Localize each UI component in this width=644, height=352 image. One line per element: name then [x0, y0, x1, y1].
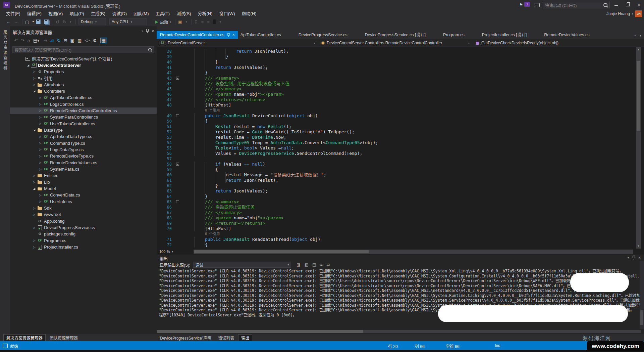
autoscroll-icon[interactable]: ⇄ — [326, 262, 330, 267]
home-icon[interactable]: ⌂ — [28, 38, 30, 43]
step-over-icon[interactable]: ↧ — [194, 19, 198, 25]
tree-item-packages.config[interactable]: ⚙packages.config — [10, 231, 157, 237]
restore-button[interactable] — [623, 1, 632, 8]
window-position-icon[interactable]: ▾ — [142, 30, 143, 33]
tree-item--DeviceControlServer-1-[interactable]: 解决方案"DeviceControlServer"(1 个项目) — [10, 55, 157, 62]
start-debugging-button[interactable]: ▶ 启动 ▾ — [155, 19, 171, 25]
find-message-icon[interactable]: ◨ — [297, 262, 300, 267]
navigate-forward-icon[interactable]: → — [14, 19, 18, 25]
tree-item-LogsController.cs[interactable]: ▷C#LogsController.cs — [10, 101, 157, 107]
bottom-tab-错误列表[interactable]: 错误列表 — [215, 335, 237, 341]
close-button[interactable]: × — [635, 1, 643, 8]
minimize-button[interactable] — [612, 1, 621, 8]
chevron-collapsed-icon[interactable]: ▷ — [38, 109, 43, 112]
chevron-collapsed-icon[interactable]: ▷ — [38, 102, 43, 106]
properties-icon[interactable]: ⚙ — [93, 38, 97, 43]
zoom-level-dropdown[interactable]: 100 %▾ — [158, 249, 180, 254]
bottom-tab-解决方案资源管理器[interactable]: 解决方案资源管理器 — [3, 334, 46, 341]
forward-icon[interactable]: ↷ — [21, 38, 24, 43]
chevron-collapsed-icon[interactable]: ▷ — [38, 161, 43, 164]
solution-explorer-search-input[interactable]: 搜索解决方案资源管理器(Ctrl+;) — [12, 46, 154, 53]
new-file-icon[interactable]: ▢ — [25, 19, 29, 25]
refresh-icon[interactable]: ↻ — [57, 38, 61, 43]
undo-icon[interactable]: ↺ — [56, 19, 59, 25]
tree-item-wwwroot[interactable]: ▷wwwroot — [10, 211, 157, 218]
sync-with-active-document-icon[interactable]: ⇄ — [50, 38, 54, 43]
editor-vertical-scrollbar[interactable]: ▲ ▼ — [636, 47, 641, 249]
tab-DeviceProgressService.cs[interactable]: DeviceProgressService.cs — [299, 31, 347, 39]
bottom-tab--DeviceProgressService-声明[interactable]: "DeviceProgressService"声明 — [156, 335, 214, 341]
tree-item-DeviceProgressService.cs[interactable]: ▷DeviceProgressService.cs — [10, 224, 157, 231]
close-icon[interactable]: × — [638, 256, 641, 260]
tree-item-DataType[interactable]: ◢DataType — [10, 127, 157, 133]
scrollbar-thumb[interactable] — [157, 330, 363, 333]
tab-ApiTokenController.cs[interactable]: ApiTokenController.cs — [240, 31, 281, 39]
tree-item-UserTokenController.cs[interactable]: ▷C#UserTokenController.cs — [10, 120, 157, 127]
menu-帮助[interactable]: 帮助(H) — [238, 10, 260, 17]
notification-count-badge[interactable]: 1 — [524, 2, 530, 7]
codelens-references[interactable]: 0 个引用 — [157, 108, 220, 113]
chevron-expanded-icon[interactable]: ◢ — [32, 187, 37, 190]
scrollbar-thumb[interactable] — [194, 250, 369, 253]
menu-编辑[interactable]: 编辑(E) — [24, 10, 45, 17]
chevron-collapsed-icon[interactable]: ▷ — [38, 148, 43, 151]
send-feedback-icon[interactable]: ··· — [535, 3, 540, 7]
save-all-icon[interactable] — [44, 19, 49, 24]
scroll-down-icon[interactable]: ▼ — [636, 244, 641, 249]
chevron-collapsed-icon[interactable]: ▷ — [38, 155, 43, 158]
tree-item-Sdk[interactable]: ▷Sdk — [10, 205, 157, 211]
menu-团队[interactable]: 团队(M) — [130, 10, 152, 17]
tree-item-App.config[interactable]: ⚙App.config — [10, 218, 157, 224]
tree-item-Attrubutes[interactable]: ▷Attrubutes — [10, 81, 157, 88]
tree-item-Program.cs[interactable]: ▷C#Program.cs — [10, 237, 157, 244]
menu-项目[interactable]: 项目(P) — [66, 10, 87, 17]
chevron-collapsed-icon[interactable]: ▷ — [38, 116, 43, 119]
attach-process-icon[interactable]: ▣ — [178, 19, 182, 25]
chevron-collapsed-icon[interactable]: ▷ — [38, 122, 43, 125]
fold-collapse-icon[interactable]: − — [173, 162, 182, 167]
tree-item-ApiTokenDataType.cs[interactable]: ▷C#ApiTokenDataType.cs — [10, 133, 157, 140]
tree-item-Controllers[interactable]: ◢Controllers — [10, 88, 157, 94]
output-horizontal-scrollbar[interactable] — [157, 330, 641, 333]
output-vertical-scrollbar[interactable] — [640, 261, 644, 329]
scroll-up-icon[interactable]: ▲ — [636, 47, 641, 52]
bottom-tab-团队资源管理器[interactable]: 团队资源管理器 — [47, 335, 80, 341]
chevron-collapsed-icon[interactable]: ▷ — [32, 83, 37, 86]
tree-item-RemoteDeviceValues.cs[interactable]: ▷C#RemoteDeviceValues.cs — [10, 160, 157, 166]
more-commands-icon[interactable]: ▾ — [220, 20, 221, 24]
tree-item-DeviceControlServer[interactable]: ◢C#DeviceControlServer — [10, 62, 157, 68]
menu-调试[interactable]: 调试(D) — [109, 10, 130, 17]
preview-icon[interactable]: ▥ — [77, 38, 82, 43]
chevron-collapsed-icon[interactable]: ▷ — [32, 226, 37, 229]
chevron-down-icon[interactable]: ▾ — [185, 20, 187, 24]
scrollbar-thumb[interactable] — [637, 61, 640, 131]
window-position-icon[interactable]: ▾ — [628, 256, 629, 259]
bottom-tab-输出[interactable]: 输出 — [238, 334, 252, 341]
view-code-icon[interactable]: <> — [85, 38, 90, 43]
member-dropdown[interactable]: GetDeviceCheckDeviceIsReady(object obj) — [473, 39, 644, 47]
notifications-flag-icon[interactable]: ⚑ — [519, 2, 523, 7]
menu-生成[interactable]: 生成(B) — [88, 10, 109, 17]
find-next-message-icon[interactable]: ◧ — [305, 262, 308, 267]
tree-item-Model[interactable]: ◢Model — [10, 185, 157, 192]
chevron-down-icon[interactable]: ▾ — [70, 20, 71, 24]
code-editor[interactable]: 38return Json(reslut);39}40}41return Jso… — [157, 47, 644, 250]
chevron-collapsed-icon[interactable]: ▷ — [38, 168, 43, 171]
tree-item-SystemParaController.cs[interactable]: ▷C#SystemParaController.cs — [10, 114, 157, 120]
solution-platform-dropdown[interactable]: Any CPU▾ — [109, 18, 147, 25]
chevron-expanded-icon[interactable]: ◢ — [32, 129, 37, 132]
tree-item-ApiTokenController.cs[interactable]: ▷C#ApiTokenController.cs — [10, 94, 157, 101]
avatar[interactable]: JH — [635, 10, 642, 17]
output-source-dropdown[interactable]: 调试▾ — [193, 262, 291, 268]
tree-item-RemoteDeviceType.cs[interactable]: ▷C#RemoteDeviceType.cs — [10, 153, 157, 159]
pin-icon[interactable] — [632, 256, 635, 260]
menu-视图[interactable]: 视图(V) — [45, 10, 66, 17]
word-wrap-icon[interactable]: ≡ — [320, 262, 322, 267]
quick-launch-input[interactable]: 快速启动 (Ctrl+Q) — [543, 2, 610, 8]
chevron-collapsed-icon[interactable]: ▷ — [32, 70, 37, 73]
chevron-collapsed-icon[interactable]: ▷ — [38, 200, 43, 203]
show-all-files-icon[interactable]: ▦ — [100, 38, 107, 43]
tree-item-Lib[interactable]: ▷Lib — [10, 179, 157, 185]
pin-icon[interactable] — [227, 33, 229, 37]
chevron-collapsed-icon[interactable]: ▷ — [32, 207, 37, 210]
